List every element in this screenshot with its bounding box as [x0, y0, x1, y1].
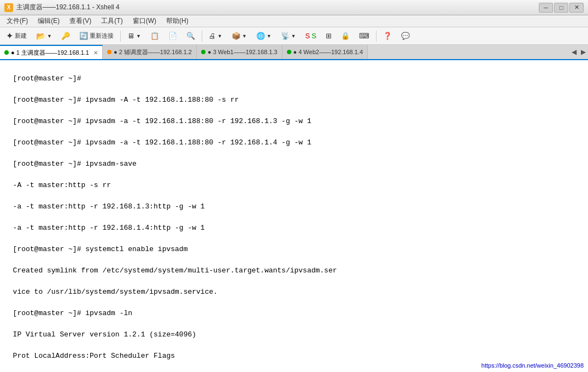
search-icon: 🔍 — [186, 32, 195, 40]
tab-dot-2 — [107, 50, 111, 54]
menu-view[interactable]: 查看(V) — [65, 15, 96, 27]
terminal-line-5: [root@master ~]# ipvsadm-save — [13, 160, 137, 168]
separator-3 — [376, 31, 377, 42]
minimize-button[interactable]: ─ — [539, 3, 553, 13]
close-button[interactable]: ✕ — [569, 3, 584, 13]
window-title: 主调度器——192.168.1.1 - Xshell 4 — [16, 3, 120, 12]
dropdown-arrow4: ▼ — [242, 33, 247, 39]
grid-icon: ⊞ — [326, 32, 332, 40]
screen-icon: 🖥 — [127, 32, 134, 40]
tab-close-1[interactable]: ✕ — [93, 50, 98, 56]
open-button[interactable]: 📂 ▼ — [32, 30, 56, 43]
terminal-line-9: [root@master ~]# systemctl enable ipvsad… — [13, 245, 188, 253]
tab-1[interactable]: ● 1 主调度器——192.168.1.1 ✕ — [0, 45, 103, 59]
lock-icon: 🔒 — [341, 32, 350, 40]
terminal-line-6: -A -t master:http -s rr — [13, 181, 111, 189]
menu-file[interactable]: 文件(F) — [2, 15, 32, 27]
paste-icon: 📄 — [168, 32, 177, 40]
dropdown-arrow3: ▼ — [217, 33, 222, 39]
terminal-line-13: IP Virtual Server version 1.2.1 (size=40… — [13, 330, 196, 339]
menu-window[interactable]: 窗口(W) — [128, 15, 161, 27]
watermark: https://blog.csdn.net/weixin_46902398 — [481, 361, 584, 370]
network-icon: 📡 — [281, 32, 290, 40]
help-button[interactable]: ❓ — [379, 30, 396, 43]
separator-1 — [120, 31, 121, 42]
terminal-line-12: [root@master ~]# ipvsadm -ln — [13, 309, 132, 317]
screen-button[interactable]: 🖥 ▼ — [124, 30, 145, 43]
tab-label-3: ● 3 Web1——192.168.1.3 — [208, 49, 278, 55]
menu-bar: 文件(F) 编辑(E) 查看(V) 工具(T) 窗口(W) 帮助(H) — [0, 15, 588, 27]
copy-button[interactable]: 📋 — [146, 30, 163, 43]
transfer-icon: 📦 — [232, 32, 240, 40]
print-icon: 🖨 — [209, 32, 216, 40]
terminal-line-2: [root@master ~]# ipvsadm -A -t 192.168.1… — [13, 96, 239, 104]
search-button[interactable]: 🔍 — [183, 30, 199, 43]
keyboard-icon: ⌨ — [359, 32, 369, 40]
reconnect-icon: 🔄 — [79, 32, 88, 40]
key-button[interactable]: 🔑 — [57, 30, 74, 43]
tab-dot-3 — [201, 50, 205, 54]
script-icon2: S — [311, 32, 316, 40]
lock-button[interactable]: 🔒 — [337, 30, 354, 43]
new-label: 新建 — [15, 32, 27, 40]
tab-dot-4 — [287, 50, 291, 54]
grid-button[interactable]: ⊞ — [322, 30, 336, 43]
globe-icon: 🌐 — [256, 32, 265, 40]
menu-tools[interactable]: 工具(T) — [97, 15, 127, 27]
menu-edit[interactable]: 编辑(E) — [33, 15, 64, 27]
new-icon: ✦ — [6, 31, 13, 41]
terminal-line-3: [root@master ~]# ipvsadm -a -t 192.168.1… — [13, 117, 311, 125]
dropdown-arrow: ▼ — [47, 33, 52, 39]
terminal-line-1: [root@master ~]# — [13, 74, 81, 83]
tab-2[interactable]: ● 2 辅调度器——192.168.1.2 — [103, 45, 197, 59]
tab-bar: ● 1 主调度器——192.168.1.1 ✕ ● 2 辅调度器——192.16… — [0, 45, 588, 60]
dropdown-arrow6: ▼ — [291, 33, 296, 39]
globe-button[interactable]: 🌐 ▼ — [252, 30, 275, 43]
app-icon: X — [4, 3, 13, 12]
tab-nav-left[interactable]: ◀ — [569, 45, 579, 59]
tab-label-4: ● 4 Web2——192.168.1.4 — [293, 49, 363, 55]
tab-label-2: ● 2 辅调度器——192.168.1.2 — [114, 48, 192, 56]
reconnect-label: 重新连接 — [90, 32, 114, 40]
title-bar-left: X 主调度器——192.168.1.1 - Xshell 4 — [4, 3, 120, 12]
chat-button[interactable]: 💬 — [397, 30, 414, 43]
terminal-line-14: Prot LocalAddress:Port Scheduler Flags — [13, 352, 175, 360]
terminal-line-4: [root@master ~]# ipvsadm -a -t 192.168.1… — [13, 138, 311, 147]
maximize-button[interactable]: □ — [554, 3, 568, 13]
print-button[interactable]: 🖨 ▼ — [205, 30, 226, 43]
terminal-line-7: -a -t master:http -r 192.168.1.3:http -g… — [13, 202, 205, 211]
dropdown-arrow5: ▼ — [267, 33, 272, 39]
window-controls: ─ □ ✕ — [539, 3, 584, 13]
dropdown-arrow2: ▼ — [136, 33, 141, 39]
tab-4[interactable]: ● 4 Web2——192.168.1.4 — [283, 45, 368, 59]
menu-help[interactable]: 帮助(H) — [162, 15, 193, 27]
script-button[interactable]: S S — [302, 30, 320, 43]
terminal-line-10: Created symlink from /etc/systemd/system… — [13, 266, 337, 275]
script-icon: S — [305, 32, 310, 40]
help-icon: ❓ — [383, 32, 392, 40]
chat-icon: 💬 — [401, 32, 410, 40]
new-button[interactable]: ✦ 新建 — [2, 30, 31, 43]
title-bar: X 主调度器——192.168.1.1 - Xshell 4 ─ □ ✕ — [0, 0, 588, 15]
separator-2 — [202, 31, 202, 42]
paste-button[interactable]: 📄 — [164, 30, 181, 43]
folder-icon: 📂 — [36, 32, 45, 40]
tab-dot-1 — [4, 50, 9, 55]
toolbar: ✦ 新建 📂 ▼ 🔑 🔄 重新连接 🖥 ▼ 📋 📄 🔍 🖨 ▼ 📦 — [0, 27, 588, 45]
key-icon: 🔑 — [61, 32, 70, 40]
terminal-line-11: vice to /usr/lib/systemd/system/ipvsadm.… — [13, 288, 217, 296]
terminal[interactable]: [root@master ~]# [root@master ~]# ipvsad… — [0, 60, 588, 372]
reconnect-button[interactable]: 🔄 重新连接 — [75, 30, 117, 43]
network-button[interactable]: 📡 ▼ — [277, 30, 300, 43]
keyboard-button[interactable]: ⌨ — [355, 30, 373, 43]
terminal-line-8: -a -t master:http -r 192.168.1.4:http -g… — [13, 224, 205, 232]
transfer-button[interactable]: 📦 ▼ — [228, 30, 251, 43]
tab-3[interactable]: ● 3 Web1——192.168.1.3 — [197, 45, 283, 59]
tab-nav-right[interactable]: ▶ — [579, 45, 588, 59]
copy-icon: 📋 — [150, 32, 159, 40]
tab-label-1: ● 1 主调度器——192.168.1.1 — [11, 49, 89, 57]
